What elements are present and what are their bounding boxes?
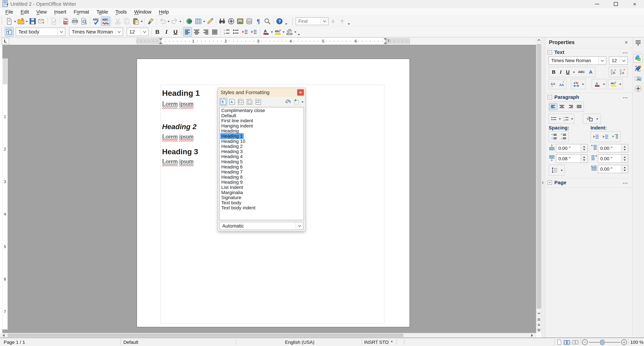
- first-line-indent-field[interactable]: 0.00 ": [598, 165, 628, 173]
- document-paragraph-body1[interactable]: Lorem ipsum: [162, 100, 194, 107]
- italic-button[interactable]: I: [162, 27, 171, 36]
- style-item[interactable]: Heading 10: [220, 139, 304, 144]
- menu-help[interactable]: Help: [155, 8, 173, 15]
- zoom-in-button[interactable]: +: [621, 339, 627, 345]
- right-indent-marker[interactable]: [384, 42, 387, 44]
- spin-down-button[interactable]: [621, 148, 628, 152]
- spin-down-button[interactable]: [581, 148, 588, 152]
- document-paragraph-h2[interactable]: Heading 2: [162, 123, 196, 131]
- document-paragraph-h3[interactable]: Heading 3: [162, 147, 198, 156]
- style-item[interactable]: Heading 8: [220, 175, 304, 180]
- line-spacing-button[interactable]: [550, 166, 559, 174]
- font-dropdown-button[interactable]: [115, 28, 123, 36]
- ruler-scale[interactable]: 1234567: [136, 38, 410, 44]
- underline-dropdown-icon[interactable]: [573, 72, 575, 74]
- style-item[interactable]: List Indent: [220, 185, 304, 190]
- paragraph-section-more-button[interactable]: ...: [623, 94, 628, 99]
- background-dropdown-icon[interactable]: [294, 31, 296, 34]
- dialog-close-button[interactable]: ×: [297, 89, 304, 96]
- navigation-button[interactable]: [536, 322, 541, 328]
- paste-dropdown-icon[interactable]: [141, 21, 143, 23]
- scroll-right-button[interactable]: [530, 334, 536, 338]
- page-style[interactable]: Default: [123, 340, 138, 345]
- style-item[interactable]: Heading 6: [220, 164, 304, 170]
- bold-button[interactable]: B: [153, 27, 162, 36]
- navigator-button[interactable]: [226, 16, 236, 26]
- hyperlink-button[interactable]: [185, 16, 194, 26]
- style-dropdown-button[interactable]: [57, 28, 65, 36]
- font-color-dropdown-icon[interactable]: [271, 31, 273, 34]
- data-sources-button[interactable]: [245, 16, 254, 26]
- decrease-font-button[interactable]: A: [618, 68, 627, 76]
- formatting-marks-button[interactable]: ¶: [254, 16, 263, 26]
- sidebar-close-button[interactable]: ×: [624, 39, 628, 45]
- character-spacing-button[interactable]: AV: [572, 80, 581, 88]
- lowercase-button[interactable]: AA: [558, 80, 566, 88]
- auto-spellcheck-button[interactable]: ABC: [101, 16, 110, 26]
- highlighting-button[interactable]: ab: [273, 27, 282, 36]
- redo-button[interactable]: [170, 16, 179, 26]
- horizontal-scrollbar[interactable]: [0, 333, 536, 338]
- scrollbar-thumb[interactable]: [8, 334, 403, 337]
- zoom-button[interactable]: [263, 16, 272, 26]
- document-modified-flag[interactable]: *: [391, 340, 393, 345]
- highlighting-button[interactable]: ab: [609, 80, 618, 88]
- font-color-button[interactable]: A: [262, 27, 270, 36]
- background-color-button[interactable]: [285, 27, 294, 36]
- style-item[interactable]: Hanging indent: [220, 123, 304, 129]
- before-indent-field[interactable]: 0.00 ": [598, 144, 628, 152]
- strikethrough-button[interactable]: ABC: [577, 70, 586, 74]
- single-page-view-button[interactable]: [557, 339, 562, 346]
- line-spacing-dropdown-icon[interactable]: [561, 170, 563, 172]
- style-item[interactable]: Heading 2: [220, 144, 304, 149]
- style-item[interactable]: Heading 7: [220, 169, 304, 175]
- bullet-dropdown-icon[interactable]: [559, 118, 561, 121]
- paragraph-style-combo[interactable]: Text body: [16, 28, 65, 36]
- tab-properties[interactable]: [634, 54, 643, 63]
- selection-mode[interactable]: STD: [379, 340, 388, 345]
- style-item[interactable]: Heading 5: [220, 159, 304, 164]
- align-left-button[interactable]: [183, 27, 192, 36]
- paste-button[interactable]: [132, 16, 140, 26]
- numbered-list-button[interactable]: III: [222, 27, 231, 36]
- spin-up-button[interactable]: [621, 144, 628, 148]
- below-spacing-field[interactable]: 0.08 ": [556, 154, 588, 163]
- redo-dropdown-icon[interactable]: [179, 21, 181, 23]
- spin-down-button[interactable]: [621, 158, 628, 162]
- spin-down-button[interactable]: [621, 169, 628, 173]
- zoom-slider-thumb[interactable]: [600, 340, 604, 345]
- vertical-ruler[interactable]: 1234567: [2, 45, 8, 333]
- sidebar-font-size-combo[interactable]: 12: [609, 56, 628, 65]
- collapse-icon[interactable]: −: [548, 50, 552, 54]
- selected-style-item[interactable]: Heading 1: [220, 133, 244, 139]
- find-next-button[interactable]: [328, 16, 338, 26]
- style-item[interactable]: Heading 9: [220, 180, 304, 185]
- collapse-icon[interactable]: −: [548, 95, 552, 99]
- document-paragraph-body3[interactable]: Lorem ipsum: [162, 158, 194, 165]
- print-button[interactable]: [70, 16, 80, 26]
- new-style-from-selection-button[interactable]: [292, 98, 300, 106]
- cut-button[interactable]: [113, 16, 122, 26]
- spin-up-button[interactable]: [581, 144, 588, 148]
- previous-page-button[interactable]: [536, 317, 541, 322]
- styles-panel-toggle-button[interactable]: ¶: [5, 27, 14, 36]
- menu-table[interactable]: Table: [93, 8, 112, 15]
- fill-format-mode-button[interactable]: [284, 98, 292, 106]
- document-paragraph-h1[interactable]: Heading 1: [162, 88, 200, 98]
- left-indent-marker[interactable]: [159, 42, 162, 44]
- styles-and-formatting-dialog[interactable]: Styles and Formatting × ¶ A Complimentar…: [218, 88, 306, 231]
- spellcheck-button[interactable]: ABC: [92, 16, 101, 26]
- book-view-button[interactable]: [572, 339, 579, 346]
- menu-window[interactable]: Window: [130, 8, 155, 15]
- hanging-indent-button[interactable]: [611, 133, 620, 140]
- open-button[interactable]: [16, 16, 26, 26]
- style-item[interactable]: Text body: [220, 200, 304, 206]
- language[interactable]: English (USA): [285, 340, 314, 345]
- background-dropdown-icon[interactable]: [596, 118, 598, 121]
- highlighting-dropdown-icon[interactable]: [619, 84, 621, 86]
- style-item[interactable]: Heading 1: [220, 134, 304, 139]
- style-item[interactable]: Complimentary close: [220, 108, 304, 113]
- text-section-more-button[interactable]: ...: [623, 49, 628, 54]
- style-item[interactable]: Default: [220, 113, 304, 118]
- menu-format[interactable]: Format: [70, 8, 93, 15]
